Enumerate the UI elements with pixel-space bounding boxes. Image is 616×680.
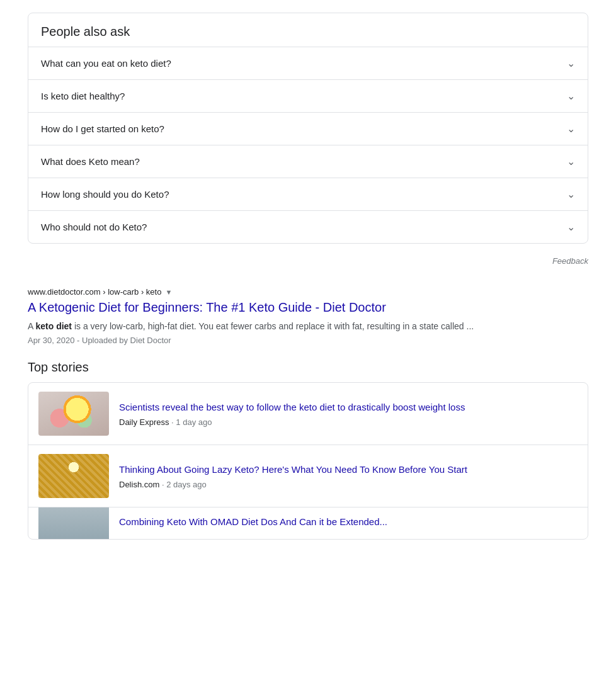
top-stories-heading: Top stories: [28, 360, 588, 375]
chevron-down-icon-5: ⌄: [567, 188, 575, 200]
story-time-1: 1 day ago: [176, 417, 212, 427]
search-result-dietdoctor: www.dietdoctor.com › low-carb › keto ▼ A…: [28, 287, 588, 345]
chevron-down-icon-3: ⌄: [567, 123, 575, 135]
paa-question-6: Who should not do Keto?: [41, 222, 147, 232]
chevron-down-icon-1: ⌄: [567, 57, 575, 69]
result-date: Apr 30, 2020 - Uploaded by Diet Doctor: [28, 336, 588, 345]
result-url-text: www.dietdoctor.com › low-carb › keto: [28, 287, 161, 297]
chevron-down-icon-6: ⌄: [567, 221, 575, 233]
result-snippet: A keto diet is a very low-carb, high-fat…: [28, 319, 588, 333]
paa-item-3[interactable]: How do I get started on keto? ⌄: [28, 113, 588, 145]
paa-item-4[interactable]: What does Keto mean? ⌄: [28, 145, 588, 178]
story-image-1: [38, 392, 109, 436]
story-thumbnail-2: [38, 454, 109, 498]
stories-container: Scientists reveal the best way to follow…: [28, 382, 588, 540]
paa-question-3: How do I get started on keto?: [41, 123, 164, 134]
paa-question-2: Is keto diet healthy?: [41, 91, 125, 101]
story-title-1[interactable]: Scientists reveal the best way to follow…: [119, 400, 578, 414]
paa-question-1: What can you eat on keto diet?: [41, 58, 171, 69]
paa-item-6[interactable]: Who should not do Keto? ⌄: [28, 211, 588, 243]
paa-question-5: How long should you do Keto?: [41, 189, 169, 200]
story-title-2[interactable]: Thinking About Going Lazy Keto? Here's W…: [119, 463, 578, 476]
paa-item-1[interactable]: What can you eat on keto diet? ⌄: [28, 47, 588, 80]
story-image-3: [38, 507, 109, 539]
snippet-rest: is a very low-carb, high-fat diet. You e…: [72, 321, 474, 331]
story-thumbnail-3: [38, 507, 109, 539]
snippet-plain: A: [28, 321, 35, 331]
paa-item-5[interactable]: How long should you do Keto? ⌄: [28, 178, 588, 211]
people-also-ask-section: People also ask What can you eat on keto…: [28, 13, 588, 244]
story-thumbnail-1: [38, 392, 109, 436]
story-item-3[interactable]: Combining Keto With OMAD Diet Dos And Ca…: [28, 507, 588, 539]
result-title-link[interactable]: A Ketogenic Diet for Beginners: The #1 K…: [28, 299, 588, 315]
story-content-2: Thinking About Going Lazy Keto? Here's W…: [119, 463, 578, 489]
story-content-3: Combining Keto With OMAD Diet Dos And Ca…: [119, 515, 578, 532]
feedback-link[interactable]: Feedback: [28, 254, 588, 272]
result-url: www.dietdoctor.com › low-carb › keto ▼: [28, 287, 588, 297]
story-source-1: Daily Express: [119, 417, 169, 427]
story-meta-2: Delish.com · 2 days ago: [119, 480, 578, 489]
snippet-bold: keto diet: [35, 321, 72, 331]
chevron-down-icon-4: ⌄: [567, 156, 575, 167]
chevron-down-icon-2: ⌄: [567, 90, 575, 102]
top-stories-section: Top stories Scientists reveal the best w…: [28, 360, 588, 540]
story-item-1[interactable]: Scientists reveal the best way to follow…: [28, 383, 588, 445]
story-time-2: 2 days ago: [166, 480, 207, 489]
story-image-2: [38, 454, 109, 498]
story-meta-1: Daily Express · 1 day ago: [119, 417, 578, 427]
story-content-1: Scientists reveal the best way to follow…: [119, 400, 578, 427]
story-item-2[interactable]: Thinking About Going Lazy Keto? Here's W…: [28, 445, 588, 507]
story-source-2: Delish.com: [119, 480, 159, 489]
paa-item-2[interactable]: Is keto diet healthy? ⌄: [28, 80, 588, 113]
story-title-3[interactable]: Combining Keto With OMAD Diet Dos And Ca…: [119, 515, 578, 528]
paa-question-4: What does Keto mean?: [41, 156, 140, 167]
dropdown-arrow-icon: ▼: [165, 288, 172, 296]
paa-heading: People also ask: [28, 13, 588, 47]
